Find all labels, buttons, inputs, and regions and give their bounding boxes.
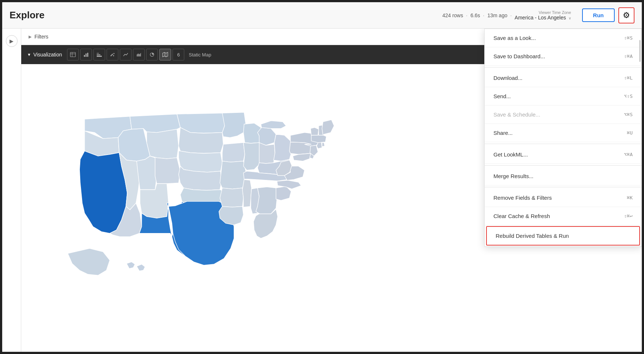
rows-count: 424 rows: [442, 12, 463, 18]
viz-stacked-icon[interactable]: [93, 49, 105, 60]
shortcut-get-lookml: ⌥⌘A: [624, 152, 633, 157]
shortcut-save-schedule: ⌥⌘S: [624, 112, 633, 117]
dropdown-item-label: Remove Fields & Filters: [493, 195, 552, 201]
viz-area-icon[interactable]: [133, 49, 145, 60]
shortcut-clear-cache: ⇧⌘↩: [624, 213, 633, 219]
viewer-timezone[interactable]: Viewer Time Zone America - Los Angeles ∨: [515, 10, 571, 21]
dropdown-item-label: Rebuild Derived Tables & Run: [496, 233, 569, 239]
svg-marker-14: [137, 53, 141, 56]
filters-arrow-icon: ▶: [29, 34, 32, 39]
svg-marker-16: [163, 52, 168, 57]
viz-label-container: ▼ Visualization: [27, 52, 62, 58]
svg-point-13: [113, 55, 114, 56]
svg-rect-0: [70, 52, 75, 57]
dropdown-item-label: Save as a Look...: [493, 35, 536, 41]
viewer-tz-value: America - Los Angeles ∨: [515, 15, 571, 21]
dropdown-item-label: Clear Cache & Refresh: [493, 213, 550, 219]
dropdown-scrollbar[interactable]: [639, 40, 641, 62]
header-meta: 424 rows · 6.6s · 13m ago · Viewer Time …: [442, 10, 573, 21]
dot1: ·: [466, 12, 467, 18]
sidebar-toggle-button[interactable]: ▶: [6, 35, 18, 47]
time-ago: 13m ago: [487, 12, 507, 18]
dropdown-item-save-look[interactable]: Save as a Look... ⇧⌘S: [485, 29, 641, 47]
gear-button[interactable]: ⚙: [618, 7, 634, 23]
shortcut-download: ⇧⌘L: [624, 75, 633, 81]
dropdown-item-remove-fields[interactable]: Remove Fields & Filters ⌘K: [485, 189, 641, 207]
viz-arrow-icon: ▼: [27, 52, 31, 57]
dropdown-item-label: Share...: [493, 130, 513, 136]
toggle-icon: ▶: [10, 38, 14, 44]
viz-pie-icon[interactable]: [146, 49, 158, 60]
dropdown-item-label: Save to Dashboard...: [493, 53, 545, 59]
svg-point-12: [111, 55, 112, 56]
viz-scatter-icon[interactable]: [107, 49, 118, 60]
viz-map-icon[interactable]: [159, 49, 171, 60]
svg-rect-3: [84, 55, 85, 57]
page-title: Explore: [10, 10, 44, 21]
dot2: ·: [483, 12, 485, 18]
dropdown-item-rebuild[interactable]: Rebuild Derived Tables & Run: [486, 226, 640, 246]
dropdown-menu: Save as a Look... ⇧⌘S Save to Dashboard.…: [484, 29, 642, 247]
dropdown-item-merge-results[interactable]: Merge Results...: [485, 167, 641, 185]
dropdown-item-label: Get LookML...: [493, 151, 528, 158]
dropdown-item-label: Download...: [493, 75, 522, 81]
svg-rect-7: [97, 54, 100, 55]
run-button[interactable]: Run: [582, 8, 615, 22]
svg-rect-8: [97, 53, 99, 54]
dropdown-item-share[interactable]: Share... ⌘U: [485, 124, 641, 142]
separator-2: [485, 144, 641, 144]
tz-chevron-icon: ∨: [569, 16, 571, 20]
dropdown-item-get-lookml[interactable]: Get LookML... ⌥⌘A: [485, 145, 641, 164]
shortcut-save-dashboard: ⇧⌘A: [624, 54, 633, 59]
dropdown-item-label: Save & Schedule...: [493, 111, 540, 118]
static-map-label: Static Map: [189, 52, 211, 58]
header: Explore 424 rows · 6.6s · 13m ago · View…: [2, 2, 642, 29]
separator-3: [485, 165, 641, 166]
dropdown-item-save-schedule: Save & Schedule... ⌥⌘S: [485, 106, 641, 124]
dropdown-item-download[interactable]: Download... ⇧⌘L: [485, 69, 641, 87]
dropdown-item-save-dashboard[interactable]: Save to Dashboard... ⇧⌘A: [485, 47, 641, 66]
dropdown-item-label: Merge Results...: [493, 173, 533, 179]
separator-1: [485, 67, 641, 67]
app-container: Explore 424 rows · 6.6s · 13m ago · View…: [0, 0, 644, 354]
dot3: ·: [510, 12, 512, 18]
usa-map-svg: [36, 71, 358, 328]
viz-table-icon[interactable]: [67, 49, 79, 60]
svg-rect-4: [86, 54, 87, 57]
duration: 6.6s: [470, 12, 480, 18]
viz-bar-icon[interactable]: [80, 49, 92, 60]
filters-label: Filters: [34, 34, 48, 40]
svg-rect-6: [97, 56, 102, 57]
viz-number-icon[interactable]: 6: [173, 49, 184, 60]
shortcut-share: ⌘U: [627, 130, 633, 136]
viz-label-text: Visualization: [33, 52, 62, 58]
dropdown-item-label: Send...: [493, 93, 511, 99]
main-content: ▶ ▶ Filters ▼ Visualization: [2, 29, 642, 352]
dropdown-item-send[interactable]: Send... ⌥⇧S: [485, 87, 641, 106]
svg-rect-5: [87, 53, 88, 57]
viz-line-icon[interactable]: [120, 49, 132, 60]
svg-point-11: [114, 53, 115, 54]
sidebar-toggle-area: ▶: [2, 29, 21, 352]
dropdown-item-clear-cache[interactable]: Clear Cache & Refresh ⇧⌘↩: [485, 207, 641, 225]
shortcut-send: ⌥⇧S: [624, 93, 633, 99]
separator-4: [485, 187, 641, 187]
shortcut-remove-fields: ⌘K: [627, 195, 633, 200]
gear-icon: ⚙: [623, 11, 630, 20]
shortcut-save-look: ⇧⌘S: [624, 35, 633, 41]
viewer-tz-label: Viewer Time Zone: [538, 10, 571, 15]
